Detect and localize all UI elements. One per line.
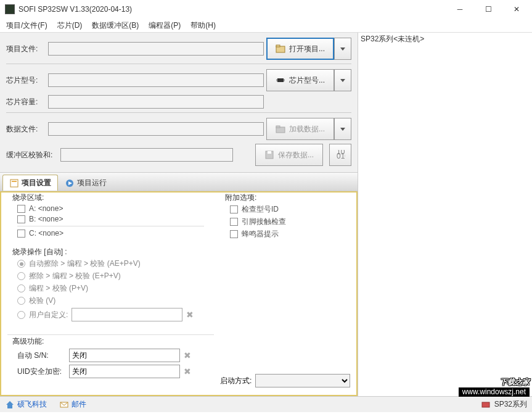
clear-sn-icon[interactable]: ✖ bbox=[184, 350, 191, 360]
custom-op-input[interactable] bbox=[72, 308, 182, 321]
chip-model-dropdown[interactable] bbox=[334, 69, 351, 91]
connection-status: SP32系列<未连机> bbox=[361, 35, 424, 43]
clear-custom-icon[interactable]: ✖ bbox=[186, 310, 194, 320]
menu-buffer[interactable]: 数据缓冲区(B) bbox=[88, 19, 142, 32]
chip-model-button[interactable]: 芯片型号... bbox=[266, 69, 334, 91]
project-file-field[interactable] bbox=[48, 42, 264, 56]
chip-model-field[interactable] bbox=[48, 73, 264, 87]
startup-label: 启动方式: bbox=[220, 376, 252, 386]
checksum-field[interactable] bbox=[60, 148, 233, 162]
radio-aepv[interactable] bbox=[17, 260, 25, 268]
svg-rect-1 bbox=[276, 45, 280, 47]
load-data-dropdown[interactable] bbox=[334, 118, 351, 140]
uid-value: 关闭 bbox=[72, 366, 87, 377]
svg-rect-11 bbox=[10, 180, 18, 187]
checkbox-c[interactable] bbox=[17, 230, 25, 238]
tab-run[interactable]: 项目运行 bbox=[58, 175, 113, 191]
burn-op-r4: 校验 (V) bbox=[29, 296, 55, 306]
load-data-label: 加载数据... bbox=[289, 124, 325, 135]
burn-area-a: A: <none> bbox=[29, 204, 63, 213]
hex-view-button[interactable]: 10010 bbox=[329, 144, 351, 166]
chip-model-btn-label: 芯片型号... bbox=[289, 75, 325, 86]
tab-run-label: 项目运行 bbox=[77, 178, 107, 188]
window-title: SOFI SP32SW V1.33(2020-04-13) bbox=[18, 5, 446, 14]
uid-field[interactable]: 关闭 bbox=[69, 365, 180, 378]
menu-bar: 项目/文件(F) 芯片(D) 数据缓冲区(B) 编程器(P) 帮助(H) bbox=[0, 19, 532, 32]
svg-rect-8 bbox=[268, 151, 271, 154]
sn-value: 关闭 bbox=[72, 350, 87, 361]
svg-marker-15 bbox=[6, 401, 14, 408]
mail-link[interactable]: 邮件 bbox=[59, 399, 86, 410]
clear-uid-icon[interactable]: ✖ bbox=[184, 366, 191, 376]
minimize-button[interactable]: ─ bbox=[446, 0, 474, 19]
menu-programmer[interactable]: 编程器(P) bbox=[145, 19, 184, 32]
chevron-down-icon bbox=[340, 128, 345, 131]
checkbox-buzzer[interactable] bbox=[230, 230, 238, 238]
burn-op-title: 烧录操作 [自动] : bbox=[10, 247, 70, 257]
checkbox-check-id[interactable] bbox=[230, 205, 238, 213]
chip-icon bbox=[276, 75, 285, 85]
tab-settings[interactable]: 项目设置 bbox=[2, 175, 58, 191]
svg-text:010: 010 bbox=[337, 152, 345, 160]
startup-select[interactable] bbox=[255, 374, 350, 387]
burn-area-title: 烧录区域: bbox=[10, 193, 46, 203]
uid-label: UID安全加密: bbox=[17, 366, 65, 377]
buzzer-label: 蜂鸣器提示 bbox=[242, 229, 279, 239]
programmer-status: SP32系列 bbox=[494, 399, 527, 410]
advanced-title: 高级功能: bbox=[10, 336, 46, 347]
chip-capacity-field[interactable] bbox=[48, 95, 264, 109]
svg-rect-17 bbox=[482, 402, 489, 407]
burn-op-r1: 自动擦除 > 编程 > 校验 (AE+P+V) bbox=[29, 259, 141, 269]
checksum-label: 缓冲区校验和: bbox=[6, 150, 58, 160]
menu-file[interactable]: 项目/文件(F) bbox=[2, 19, 51, 32]
sn-field[interactable]: 关闭 bbox=[69, 349, 180, 362]
checkbox-pin-check[interactable] bbox=[230, 218, 238, 226]
svg-rect-6 bbox=[276, 126, 280, 128]
chevron-down-icon bbox=[340, 79, 345, 82]
maximize-button[interactable]: ☐ bbox=[474, 0, 502, 19]
checkbox-b[interactable] bbox=[17, 215, 25, 223]
burn-op-r3: 编程 > 校验 (P+V) bbox=[29, 283, 88, 294]
run-tab-icon bbox=[65, 178, 75, 188]
folder-icon bbox=[276, 124, 285, 134]
open-icon bbox=[276, 44, 285, 54]
tab-bar: 项目设置 项目运行 bbox=[0, 172, 358, 191]
radio-custom[interactable] bbox=[17, 311, 25, 319]
menu-help[interactable]: 帮助(H) bbox=[187, 19, 219, 32]
checkbox-a[interactable] bbox=[17, 205, 25, 213]
mail-link-label: 邮件 bbox=[72, 399, 86, 410]
chip-model-label: 芯片型号: bbox=[6, 75, 46, 86]
log-panel: SP32系列<未连机> bbox=[358, 33, 532, 396]
save-icon bbox=[264, 150, 274, 160]
watermark-url: www.windowszj.net bbox=[459, 387, 530, 397]
save-data-label: 保存数据... bbox=[278, 150, 314, 160]
pin-check-label: 引脚接触检查 bbox=[242, 217, 286, 227]
mail-icon bbox=[59, 400, 69, 410]
open-project-button[interactable]: 打开项目... bbox=[266, 38, 334, 60]
menu-chip[interactable]: 芯片(D) bbox=[54, 19, 86, 32]
data-file-label: 数据文件: bbox=[6, 124, 46, 135]
svg-rect-2 bbox=[277, 78, 284, 82]
programmer-status-icon bbox=[481, 400, 491, 410]
vendor-link[interactable]: 硕飞科技 bbox=[5, 399, 47, 410]
project-file-label: 项目文件: bbox=[6, 44, 46, 54]
sn-label: 自动 S/N: bbox=[17, 350, 65, 361]
burn-op-r5: 用户自定义: bbox=[29, 310, 68, 320]
load-data-button[interactable]: 加载数据... bbox=[266, 118, 334, 140]
home-icon bbox=[5, 400, 15, 410]
radio-v[interactable] bbox=[17, 297, 25, 305]
tab-settings-label: 项目设置 bbox=[22, 178, 51, 188]
settings-tab-icon bbox=[9, 178, 19, 188]
binary-icon: 10010 bbox=[335, 150, 345, 160]
watermark: 下载之家 www.windowszj.net bbox=[459, 375, 530, 397]
watermark-text: 下载之家 bbox=[500, 378, 530, 386]
open-project-dropdown[interactable] bbox=[334, 38, 351, 60]
data-file-field[interactable] bbox=[48, 122, 264, 136]
save-data-button[interactable]: 保存数据... bbox=[255, 144, 323, 166]
radio-epv[interactable] bbox=[17, 272, 25, 280]
open-project-label: 打开项目... bbox=[289, 44, 325, 54]
burn-op-r2: 擦除 > 编程 > 校验 (E+P+V) bbox=[29, 271, 121, 281]
close-button[interactable]: ✕ bbox=[502, 0, 531, 19]
check-id-label: 检查型号ID bbox=[242, 204, 279, 215]
radio-pv[interactable] bbox=[17, 284, 25, 292]
